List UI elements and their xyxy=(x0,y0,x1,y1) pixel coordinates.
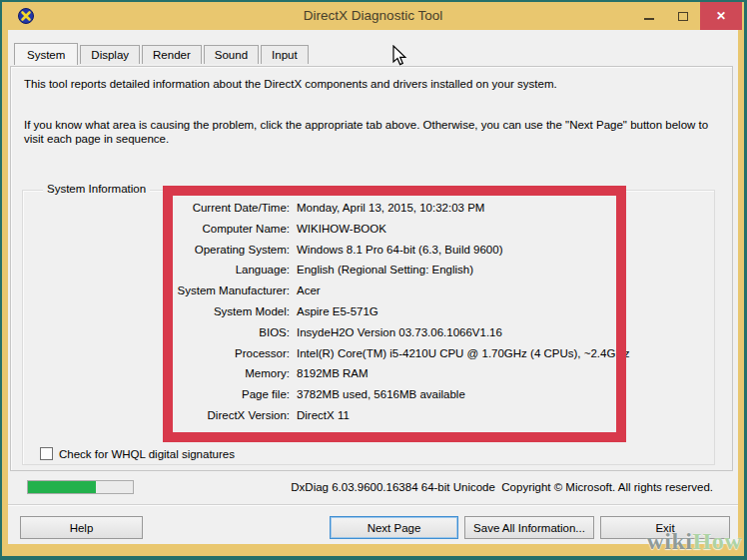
field-value: Monday, April 13, 2015, 10:32:03 PM xyxy=(297,202,484,214)
field-row-system-model: System Model: Aspire E5-571G xyxy=(148,305,617,326)
field-label: BIOS: xyxy=(148,326,290,338)
field-row-language: Language: English (Regional Setting: Eng… xyxy=(148,264,617,284)
progress-bar xyxy=(27,480,134,494)
titlebar[interactable]: DirectX Diagnostic Tool ✕ xyxy=(2,2,744,30)
field-value: WIKIHOW-BOOK xyxy=(297,223,386,235)
window-controls: ✕ xyxy=(632,2,742,30)
save-all-information-button[interactable]: Save All Information... xyxy=(464,516,594,539)
field-row-directx-version: DirectX Version: DirectX 11 xyxy=(148,409,617,430)
tab-system[interactable]: System xyxy=(14,43,78,65)
field-label: Page file: xyxy=(148,388,290,400)
field-row-page-file: Page file: 3782MB used, 5616MB available xyxy=(148,388,617,409)
field-value: 8192MB RAM xyxy=(297,367,369,379)
minimize-button[interactable] xyxy=(632,2,666,30)
tab-display[interactable]: Display xyxy=(80,45,140,64)
field-label: Language: xyxy=(148,264,290,276)
wikihow-watermark-wiki: wiki xyxy=(646,528,692,554)
field-value: English (Regional Setting: English) xyxy=(297,264,473,276)
button-bar-separator xyxy=(8,504,738,506)
wikihow-watermark: wikiHow xyxy=(646,528,742,555)
whql-checkbox-row[interactable]: Check for WHQL digital signatures xyxy=(40,447,235,460)
groupbox-label: System Information xyxy=(43,183,150,195)
close-button[interactable]: ✕ xyxy=(700,2,742,30)
close-icon: ✕ xyxy=(716,9,726,23)
whql-checkbox[interactable] xyxy=(40,447,53,460)
intro-paragraph-2: If you know what area is causing the pro… xyxy=(24,118,723,147)
field-row-operating-system: Operating System: Windows 8.1 Pro 64-bit… xyxy=(148,244,617,265)
field-label: System Model: xyxy=(148,305,290,317)
whql-checkbox-label: Check for WHQL digital signatures xyxy=(59,448,235,460)
wikihow-watermark-how: How xyxy=(693,528,743,554)
field-row-bios: BIOS: InsydeH2O Version 03.73.06.1066V1.… xyxy=(148,326,617,347)
field-label: Current Date/Time: xyxy=(148,202,290,214)
field-row-processor: Processor: Intel(R) Core(TM) i5-4210U CP… xyxy=(148,347,617,368)
field-value: Aspire E5-571G xyxy=(297,305,378,317)
dialog-client-area: System Display Render Sound Input This t… xyxy=(8,30,738,544)
minimize-icon xyxy=(644,18,654,20)
field-value: DirectX 11 xyxy=(297,409,350,421)
field-value: Intel(R) Core(TM) i5-4210U CPU @ 1.70GHz… xyxy=(297,347,629,359)
field-row-memory: Memory: 8192MB RAM xyxy=(148,367,617,388)
tab-bar: System Display Render Sound Input xyxy=(14,43,311,64)
next-page-button[interactable]: Next Page xyxy=(330,516,458,539)
field-value: 3782MB used, 5616MB available xyxy=(297,388,465,400)
intro-paragraph-1: This tool reports detailed information a… xyxy=(24,78,723,90)
tab-input[interactable]: Input xyxy=(261,45,309,64)
field-label: Computer Name: xyxy=(148,223,290,235)
field-label: System Manufacturer: xyxy=(148,284,290,296)
system-information-fields: Current Date/Time: Monday, April 13, 201… xyxy=(148,202,617,430)
field-row-system-manufacturer: System Manufacturer: Acer xyxy=(148,284,617,305)
field-label: Processor: xyxy=(148,347,290,359)
screenshot-root: DirectX Diagnostic Tool ✕ System Display… xyxy=(0,0,747,560)
tab-render[interactable]: Render xyxy=(142,45,202,64)
field-value: Acer xyxy=(297,284,321,296)
dxdiag-window: DirectX Diagnostic Tool ✕ System Display… xyxy=(2,2,744,556)
field-label: Memory: xyxy=(148,367,290,379)
field-value: InsydeH2O Version 03.73.06.1066V1.16 xyxy=(297,326,502,338)
field-label: Operating System: xyxy=(148,244,290,256)
maximize-icon xyxy=(678,12,688,21)
help-button[interactable]: Help xyxy=(20,516,143,539)
field-row-current-date-time: Current Date/Time: Monday, April 13, 201… xyxy=(148,202,617,223)
version-copyright-text: DxDiag 6.03.9600.16384 64-bit Unicode Co… xyxy=(291,481,713,493)
tab-sound[interactable]: Sound xyxy=(204,45,259,64)
field-row-computer-name: Computer Name: WIKIHOW-BOOK xyxy=(148,223,617,244)
field-value: Windows 8.1 Pro 64-bit (6.3, Build 9600) xyxy=(297,244,502,256)
maximize-button[interactable] xyxy=(666,2,700,30)
progress-fill xyxy=(28,481,96,493)
field-label: DirectX Version: xyxy=(148,409,290,421)
